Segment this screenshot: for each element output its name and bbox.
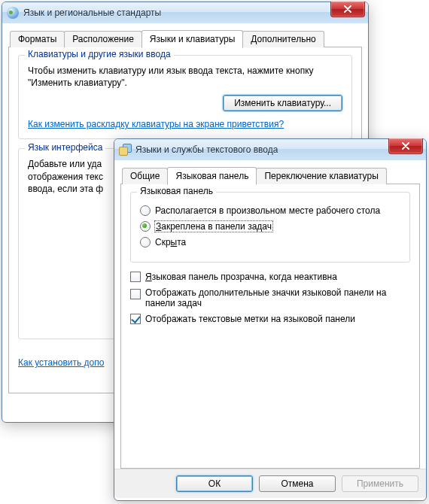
radio-float-desktop[interactable]: Располагается в произвольном месте рабоч…	[140, 205, 400, 216]
group-keyboards: Клавиатуры и другие языки ввода Чтобы из…	[18, 55, 352, 139]
cancel-button[interactable]: Отмена	[259, 475, 336, 492]
checkbox-label: Отображать текстовые метки на языковой п…	[145, 314, 355, 324]
tab-language-bar[interactable]: Языковая панель	[167, 167, 257, 185]
radio-docked-taskbar[interactable]: Закреплена в панели задач	[140, 221, 400, 232]
tab-page: Языковая панель Располагается в произвол…	[120, 184, 420, 469]
tab-general[interactable]: Общие	[122, 168, 168, 184]
tab-keyboards-languages[interactable]: Языки и клавиатуры	[141, 30, 243, 48]
tab-formats[interactable]: Форматы	[10, 31, 65, 47]
group-text: Чтобы изменить клавиатуру или язык ввода…	[28, 65, 342, 89]
check-extra-icons-taskbar[interactable]: Отображать дополнительные значки языково…	[130, 287, 410, 308]
checkbox-icon	[130, 272, 141, 282]
window-title: Языки и службы текстового ввода	[135, 144, 278, 155]
language-icon	[119, 144, 131, 156]
text-services-window: Языки и службы текстового ввода Общие Яз…	[114, 138, 427, 501]
checkbox-icon	[130, 289, 141, 299]
radio-label: Скрыта	[155, 237, 186, 247]
checkbox-label: Языковая панель прозрачна, когда неактив…	[145, 272, 337, 282]
tab-switch-keyboard[interactable]: Переключение клавиатуры	[256, 168, 386, 184]
change-keyboard-button[interactable]: Изменить клавиатуру...	[223, 95, 342, 111]
dialog-button-bar: ОК Отмена Применить	[114, 469, 426, 498]
radio-icon	[140, 237, 151, 247]
apply-button[interactable]: Применить	[342, 475, 418, 492]
check-transparent-inactive[interactable]: Языковая панель прозрачна, когда неактив…	[130, 272, 410, 282]
checkbox-icon	[130, 314, 141, 324]
tab-advanced[interactable]: Дополнительно	[242, 31, 324, 47]
group-legend: Языковая панель	[137, 186, 216, 196]
tab-location[interactable]: Расположение	[64, 31, 142, 47]
close-button[interactable]	[388, 138, 423, 154]
radio-hidden[interactable]: Скрыта	[140, 237, 400, 247]
titlebar[interactable]: Языки и службы текстового ввода	[114, 139, 426, 160]
close-button[interactable]	[330, 2, 365, 17]
ok-button[interactable]: ОК	[176, 475, 253, 492]
window-title: Язык и региональные стандарты	[23, 8, 161, 18]
radio-label: Располагается в произвольном месте рабоч…	[155, 205, 380, 216]
group-language-bar: Языковая панель Располагается в произвол…	[130, 192, 410, 263]
radio-icon	[140, 221, 151, 232]
checkbox-label: Отображать дополнительные значки языково…	[145, 287, 394, 308]
globe-icon	[7, 7, 19, 19]
tabstrip: Форматы Расположение Языки и клавиатуры …	[8, 29, 362, 47]
close-icon	[401, 142, 410, 150]
group-legend: Клавиатуры и другие языки ввода	[25, 49, 174, 59]
link-change-layout-welcome[interactable]: Как изменить раскладку клавиатуры на экр…	[28, 119, 284, 129]
check-show-text-labels[interactable]: Отображать текстовые метки на языковой п…	[130, 314, 410, 324]
link-how-to-install[interactable]: Как установить допо	[18, 357, 104, 368]
titlebar[interactable]: Язык и региональные стандарты	[2, 2, 368, 23]
close-icon	[343, 5, 352, 13]
group-legend: Язык интерфейса	[25, 142, 105, 153]
tabstrip: Общие Языковая панель Переключение клави…	[120, 166, 420, 184]
radio-label: Закреплена в панели задач	[155, 221, 272, 232]
radio-icon	[140, 205, 151, 216]
